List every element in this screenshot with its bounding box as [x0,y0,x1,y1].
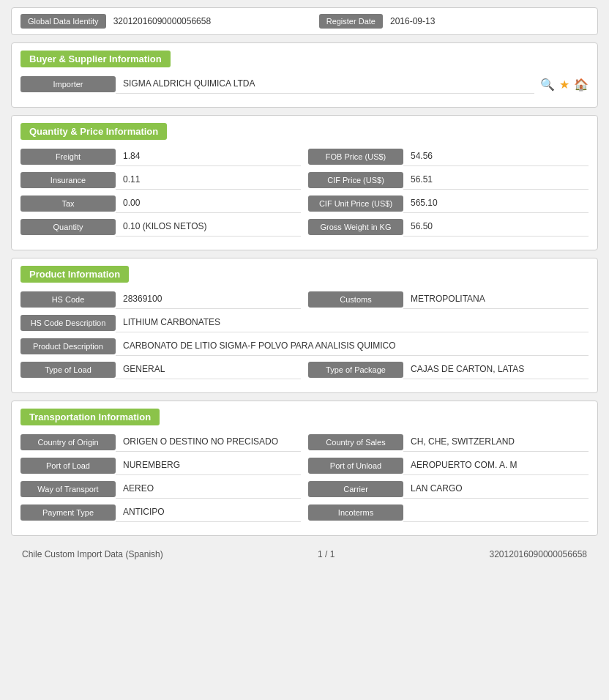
customs-value: METROPOLITANA [403,290,589,309]
home-icon[interactable]: 🏠 [574,78,589,92]
carrier-value: LAN CARGO [403,480,589,499]
global-data-identity-value: 32012016090000056658 [113,16,312,26]
importer-row: Importer SIGMA ALDRICH QUIMICA LTDA 🔍 ★ … [20,75,589,94]
countrysales-pair: Country of Sales CH, CHE, SWITZERLAND [308,433,589,452]
importer-label: Importer [20,76,116,92]
portload-portunload-row: Port of Load NUREMBERG Port of Unload AE… [20,456,589,475]
cif-pair: CIF Price (US$) 56.51 [308,171,589,190]
footer-center: 1 / 1 [318,549,335,559]
countryorigin-pair: Country of Origin ORIGEN O DESTINO NO PR… [20,433,301,452]
search-icon[interactable]: 🔍 [540,78,555,92]
tax-cifunit-row: Tax 0.00 CIF Unit Price (US$) 565.10 [20,194,589,213]
portload-label: Port of Load [20,458,116,474]
paymenttype-value: ANTICIPO [116,503,301,522]
hsdesc-value: LITHIUM CARBONATES [116,313,589,332]
hscode-pair: HS Code 28369100 [20,290,301,309]
gross-label: Gross Weight in KG [308,219,403,235]
incoterms-value [403,503,589,522]
hscode-label: HS Code [20,291,116,308]
portunload-value: AEROPUERTO COM. A. M [403,456,589,475]
quantity-price-section: Quantity & Price Information Freight 1.8… [11,115,598,250]
insurance-value: 0.11 [116,171,301,190]
portunload-label: Port of Unload [308,458,403,474]
incoterms-pair: Incoterms [308,503,589,522]
typeload-pair: Type of Load GENERAL [20,360,301,379]
typeload-value: GENERAL [116,360,301,379]
hscode-value: 28369100 [116,290,301,309]
global-data-identity-label: Global Data Identity [20,14,106,29]
cifunit-label: CIF Unit Price (US$) [308,196,403,212]
paymenttype-incoterms-row: Payment Type ANTICIPO Incoterms [20,503,589,522]
cifunit-pair: CIF Unit Price (US$) 565.10 [308,194,589,213]
typepackage-label: Type of Package [308,362,403,378]
portunload-pair: Port of Unload AEROPUERTO COM. A. M [308,456,589,475]
typepackage-value: CAJAS DE CARTON, LATAS [403,360,589,379]
freight-label: Freight [20,149,116,165]
typepackage-pair: Type of Package CAJAS DE CARTON, LATAS [308,360,589,379]
product-section: Product Information HS Code 28369100 Cus… [11,258,598,393]
quantity-label: Quantity [20,219,116,235]
fob-label: FOB Price (US$) [308,149,403,165]
paymenttype-pair: Payment Type ANTICIPO [20,503,301,522]
quantity-price-header: Quantity & Price Information [20,123,167,140]
importer-value: SIGMA ALDRICH QUIMICA LTDA [116,75,534,94]
portload-pair: Port of Load NUREMBERG [20,456,301,475]
gross-pair: Gross Weight in KG 56.50 [308,217,589,237]
waytransport-value: AEREO [116,480,301,499]
quantity-pair: Quantity 0.10 (KILOS NETOS) [20,217,301,237]
hscode-customs-row: HS Code 28369100 Customs METROPOLITANA [20,290,589,309]
cifunit-value: 565.10 [403,194,589,213]
transportation-header: Transportation Information [20,409,160,425]
fob-value: 54.56 [403,147,589,166]
proddesc-label: Product Description [20,338,116,354]
gross-value: 56.50 [403,217,589,237]
customs-pair: Customs METROPOLITANA [308,290,589,309]
cif-label: CIF Price (US$) [308,172,403,188]
freight-pair: Freight 1.84 [20,147,301,166]
insurance-pair: Insurance 0.11 [20,171,301,190]
paymenttype-label: Payment Type [20,504,116,521]
freight-fob-row: Freight 1.84 FOB Price (US$) 54.56 [20,147,589,166]
typeload-label: Type of Load [20,362,116,378]
waytransport-carrier-row: Way of Transport AEREO Carrier LAN CARGO [20,480,589,499]
insurance-cif-row: Insurance 0.11 CIF Price (US$) 56.51 [20,171,589,190]
carrier-pair: Carrier LAN CARGO [308,480,589,499]
cif-value: 56.51 [403,171,589,190]
importer-icons: 🔍 ★ 🏠 [534,78,589,92]
carrier-label: Carrier [308,481,403,497]
quantity-value: 0.10 (KILOS NETOS) [116,217,301,237]
countrysales-value: CH, CHE, SWITZERLAND [403,433,589,452]
countryorigin-label: Country of Origin [20,434,116,450]
tax-pair: Tax 0.00 [20,194,301,213]
portload-value: NUREMBERG [116,456,301,475]
transportation-section: Transportation Information Country of Or… [11,401,598,536]
typeload-typepackage-row: Type of Load GENERAL Type of Package CAJ… [20,360,589,379]
product-header: Product Information [20,266,129,283]
proddesc-value: CARBONATO DE LITIO SIGMA-F POLVO PARA AN… [116,337,589,356]
countryorigin-countrysales-row: Country of Origin ORIGEN O DESTINO NO PR… [20,433,589,452]
proddesc-row: Product Description CARBONATO DE LITIO S… [20,337,589,356]
fob-pair: FOB Price (US$) 54.56 [308,147,589,166]
waytransport-label: Way of Transport [20,481,116,497]
footer-right: 32012016090000056658 [490,549,587,559]
buyer-supplier-header: Buyer & Supplier Information [20,51,171,67]
freight-value: 1.84 [116,147,301,166]
buyer-supplier-section: Buyer & Supplier Information Importer SI… [11,42,598,108]
register-date-label: Register Date [319,14,383,29]
tax-label: Tax [20,196,116,212]
star-icon[interactable]: ★ [559,78,569,92]
identity-bar: Global Data Identity 3201201609000005665… [11,7,598,35]
insurance-label: Insurance [20,172,116,188]
register-date-value: 2016-09-13 [390,16,589,26]
countrysales-label: Country of Sales [308,434,403,450]
footer-left: Chile Custom Import Data (Spanish) [22,549,163,559]
customs-label: Customs [308,291,403,308]
countryorigin-value: ORIGEN O DESTINO NO PRECISADO [116,433,301,452]
tax-value: 0.00 [116,194,301,213]
footer: Chile Custom Import Data (Spanish) 1 / 1… [11,543,598,565]
waytransport-pair: Way of Transport AEREO [20,480,301,499]
quantity-gross-row: Quantity 0.10 (KILOS NETOS) Gross Weight… [20,217,589,237]
hsdesc-label: HS Code Description [20,315,116,331]
hsdesc-row: HS Code Description LITHIUM CARBONATES [20,313,589,332]
incoterms-label: Incoterms [308,504,403,521]
